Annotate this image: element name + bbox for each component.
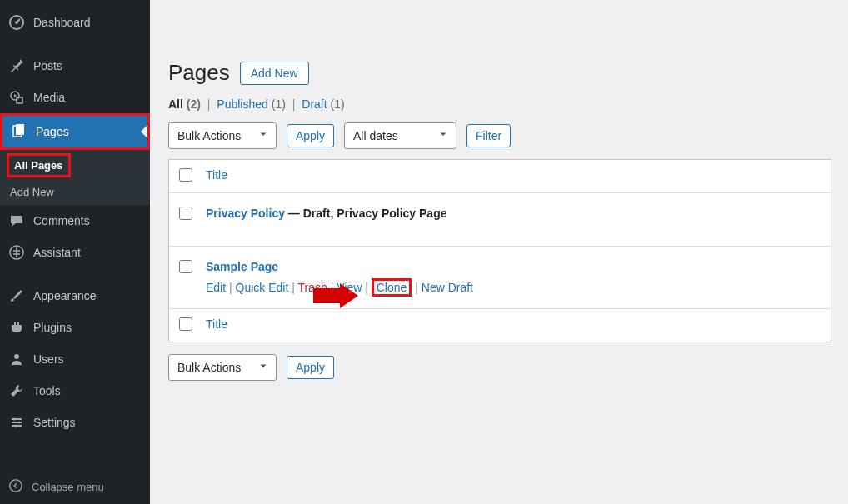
svg-rect-5 — [16, 124, 24, 135]
menu-plugins[interactable]: Plugins — [0, 312, 150, 343]
select-all-checkbox[interactable] — [179, 168, 192, 182]
row-checkbox[interactable] — [179, 207, 192, 220]
comments-icon — [8, 212, 25, 229]
bulk-actions-select[interactable]: Bulk Actions — [168, 122, 277, 149]
pages-submenu: All Pages Add New — [0, 150, 150, 205]
collapse-label: Collapse menu — [32, 481, 104, 493]
apply-button-bottom[interactable]: Apply — [287, 356, 334, 379]
svg-point-7 — [14, 354, 19, 359]
submenu-all-pages[interactable]: All Pages — [14, 159, 63, 172]
assistant-icon — [8, 244, 25, 261]
svg-point-9 — [18, 422, 21, 424]
menu-label: Comments — [33, 214, 90, 227]
collapse-icon — [8, 478, 23, 496]
table-row: Privacy Policy — Draft, Privacy Policy P… — [169, 193, 831, 247]
filter-button[interactable]: Filter — [466, 124, 511, 147]
filter-draft[interactable]: Draft (1) — [302, 97, 344, 111]
select-all-checkbox-bottom[interactable] — [179, 317, 192, 331]
menu-label: Assistant — [33, 246, 81, 259]
menu-pages[interactable]: Pages — [2, 116, 147, 147]
svg-point-1 — [15, 21, 18, 24]
table-footer: Title — [169, 309, 831, 342]
menu-tools[interactable]: Tools — [0, 375, 150, 407]
tools-icon — [8, 382, 25, 399]
collapse-menu[interactable]: Collapse menu — [0, 470, 150, 504]
menu-appearance[interactable]: Appearance — [0, 280, 150, 312]
svg-point-11 — [10, 480, 22, 492]
add-new-button[interactable]: Add New — [240, 62, 309, 85]
annotation-arrow — [313, 283, 358, 311]
apply-button-top[interactable]: Apply — [287, 124, 334, 147]
menu-posts[interactable]: Posts — [0, 50, 150, 82]
submenu-add-new[interactable]: Add New — [0, 179, 150, 205]
chevron-down-icon — [257, 129, 269, 143]
action-quick-edit[interactable]: Quick Edit — [236, 281, 289, 294]
menu-label: Plugins — [33, 321, 72, 334]
menu-label: Settings — [33, 416, 76, 429]
menu-label: Posts — [33, 59, 62, 72]
plugin-icon — [8, 319, 25, 336]
chevron-down-icon — [437, 129, 449, 143]
action-new-draft[interactable]: New Draft — [422, 281, 473, 294]
filter-all[interactable]: All (2) — [168, 97, 201, 111]
page-title: Pages — [168, 60, 230, 86]
dashboard-icon — [8, 14, 25, 31]
col-title[interactable]: Title — [206, 317, 227, 331]
svg-point-10 — [15, 425, 17, 427]
menu-label: Media — [33, 91, 65, 104]
brush-icon — [8, 287, 25, 304]
media-icon — [8, 89, 25, 106]
menu-label: Tools — [33, 384, 61, 397]
menu-assistant[interactable]: Assistant — [0, 237, 150, 268]
menu-settings[interactable]: Settings — [0, 407, 150, 438]
menu-dashboard[interactable]: Dashboard — [0, 7, 150, 38]
filter-published[interactable]: Published (1) — [217, 97, 286, 111]
svg-point-8 — [13, 418, 16, 421]
pin-icon — [8, 57, 25, 74]
status-filters: All (2) | Published (1) | Draft (1) — [168, 97, 848, 111]
admin-sidebar: Dashboard Posts Media Pages All Pages Ad… — [0, 0, 150, 504]
table-row: Sample Page Edit | Quick Edit | Trash | … — [169, 247, 831, 309]
menu-label: Appearance — [33, 289, 97, 302]
post-state: — Draft, Privacy Policy Page — [285, 207, 447, 220]
users-icon — [8, 351, 25, 367]
chevron-down-icon — [257, 361, 269, 375]
menu-label: Users — [33, 352, 64, 366]
action-edit[interactable]: Edit — [206, 281, 226, 294]
row-title-link[interactable]: Sample Page — [206, 260, 278, 273]
menu-label: Pages — [36, 125, 69, 138]
row-title-link[interactable]: Privacy Policy — [206, 207, 285, 220]
menu-label: Dashboard — [33, 16, 91, 29]
pages-icon — [11, 123, 27, 140]
menu-users[interactable]: Users — [0, 343, 150, 375]
pages-table: Title Privacy Policy — Draft, Privacy Po… — [168, 159, 831, 342]
main-content: Pages Add New All (2) | Published (1) | … — [150, 0, 848, 504]
table-header: Title — [169, 160, 831, 193]
settings-icon — [8, 414, 25, 431]
dates-select[interactable]: All dates — [344, 122, 456, 149]
menu-comments[interactable]: Comments — [0, 205, 150, 237]
row-checkbox[interactable] — [179, 260, 192, 273]
bulk-actions-select-bottom[interactable]: Bulk Actions — [168, 354, 277, 381]
menu-media[interactable]: Media — [0, 82, 150, 113]
row-actions: Edit | Quick Edit | Trash | View | Clone… — [206, 278, 821, 297]
action-clone[interactable]: Clone — [377, 281, 407, 294]
col-title[interactable]: Title — [206, 168, 227, 182]
